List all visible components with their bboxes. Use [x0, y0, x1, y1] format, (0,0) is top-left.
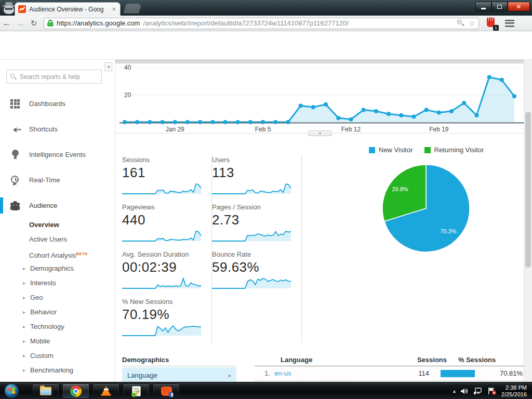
sidebar-item-custom[interactable]: ▸Custom — [0, 349, 115, 363]
panel-row-language[interactable]: Language▸ — [122, 367, 236, 383]
metric-card-pageviews[interactable]: Pageviews440 — [122, 202, 212, 249]
https-padlock-icon[interactable] — [47, 20, 54, 26]
sessions-line-chart[interactable] — [115, 61, 525, 126]
lightbulb-icon — [10, 150, 21, 160]
demographics-panel: Demographics Language▸ — [122, 356, 236, 383]
sidebar-item-geo[interactable]: ▸Geo — [0, 290, 115, 305]
tab-close-icon[interactable]: × — [111, 6, 117, 12]
taskbar-chrome-button[interactable] — [62, 383, 89, 398]
taskbar-explorer-button[interactable] — [32, 383, 59, 398]
page-scrollbar[interactable] — [524, 60, 532, 382]
metric-sparkline — [122, 230, 201, 242]
sidebar-item-active-users[interactable]: Active Users — [0, 232, 115, 247]
clock-time: 2:38 PM — [501, 384, 527, 391]
tray-expand-icon[interactable]: ▴ — [453, 388, 456, 394]
metric-label: Pages / Session — [212, 203, 292, 211]
beta-badge: BETA — [76, 251, 87, 256]
sidebar-item-technology[interactable]: ▸Technology — [0, 320, 115, 334]
back-button[interactable]: ← — [0, 18, 14, 29]
sidebar-item-mobile[interactable]: ▸Mobile — [0, 334, 115, 349]
metric-value: 70.19% — [122, 307, 202, 323]
search-reports-box[interactable] — [6, 70, 102, 84]
sidebar-item-intelligence-events[interactable]: Intelligence Events — [0, 142, 115, 167]
taskbar-notepadpp-button[interactable] — [123, 383, 150, 398]
windows-logo-icon — [8, 387, 16, 394]
address-bar[interactable]: https://analytics.google.com /analytics/… — [44, 18, 479, 29]
pie-legend: New VisitorReturning Visitor — [369, 146, 484, 154]
windows-taskbar: ▴ 2:38 PM 2/25/2016 — [0, 382, 532, 399]
action-center-flag-icon[interactable] — [487, 387, 497, 395]
chevron-right-icon: ▸ — [23, 320, 25, 334]
url-host: https://analytics.google.com — [57, 19, 140, 27]
metric-value: 440 — [122, 212, 202, 228]
scrollbar-thumb[interactable] — [525, 112, 531, 268]
sidebar-item-behavior[interactable]: ▸Behavior — [0, 305, 115, 320]
url-path: /analytics/web/#report/defaultid/a727337… — [143, 19, 454, 27]
sidebar-item-interests[interactable]: ▸Interests — [0, 276, 115, 290]
visitor-pie-chart[interactable]: 70.2%29.8% — [374, 156, 478, 260]
chevron-right-icon: ▸ — [23, 261, 25, 276]
panel-title: Demographics — [122, 356, 236, 366]
legend-item-new-visitor: New Visitor — [369, 146, 413, 154]
metric-sparkline — [122, 182, 201, 195]
reload-button[interactable]: ↻ — [27, 19, 41, 28]
chrome-menu-icon[interactable] — [504, 19, 515, 28]
network-icon[interactable] — [473, 388, 483, 395]
language-link[interactable]: en-us — [270, 369, 398, 377]
sidebar-item-dashboards[interactable]: Dashboards — [0, 91, 115, 116]
chevron-right-icon: ▸ — [23, 290, 25, 305]
system-tray: ▴ 2:38 PM 2/25/2016 — [453, 382, 530, 399]
metric-sparkline — [212, 277, 291, 289]
language-table: Language Sessions % Sessions 1.en-us1147… — [255, 356, 525, 381]
metric-card-avg-session-duration[interactable]: Avg. Session Duration00:02:39 — [122, 249, 212, 297]
sidebar-collapse-button[interactable]: ◂ — [104, 62, 112, 71]
taskbar-fist-app-button[interactable] — [153, 383, 180, 398]
close-button[interactable]: ✕ — [508, 2, 530, 11]
minimize-icon — [481, 8, 486, 9]
chart-collapse-button[interactable]: ▾ — [308, 130, 332, 136]
metric-sparkline — [212, 230, 291, 242]
x-axis-tick: Feb 5 — [255, 126, 271, 133]
metric-card-bounce-rate[interactable]: Bounce Rate59.63% — [212, 249, 302, 297]
sidebar-item-cohort-analysis[interactable]: Cohort AnalysisBETA — [0, 247, 115, 261]
explorer-folder-icon — [40, 387, 51, 395]
volume-icon[interactable] — [460, 388, 469, 395]
start-button[interactable] — [4, 383, 19, 398]
row-rank: 1. — [255, 369, 270, 377]
forward-button[interactable]: → — [14, 18, 27, 29]
metric-label: Avg. Session Duration — [122, 250, 202, 258]
sessions-value: 114 — [398, 369, 429, 377]
metric-value: 2.73 — [212, 212, 292, 228]
sidebar-item-overview[interactable]: Overview — [0, 218, 115, 232]
analytics-header: Google Analytics HomeReportingCustomizat… — [0, 31, 532, 60]
extension-hand-icon[interactable]: 1 — [485, 17, 498, 30]
x-axis-tick: Jan 29 — [166, 126, 184, 133]
sidebar-item-real-time[interactable]: Real-Time — [0, 167, 115, 193]
sidebar-item-shortcuts[interactable]: Shortcuts — [0, 116, 115, 142]
metric-label: Pageviews — [122, 203, 202, 211]
metric-value: 00:02:39 — [122, 259, 202, 275]
minimize-button[interactable] — [475, 2, 491, 11]
bookmark-star-icon[interactable]: ☆ — [469, 19, 475, 28]
realtime-clock-icon — [10, 175, 21, 185]
sidebar-item-audience[interactable]: Audience — [0, 193, 115, 218]
sidebar-item-demographics[interactable]: ▸Demographics — [0, 261, 115, 276]
browser-tab[interactable]: Audience Overview - Goog × — [15, 2, 121, 16]
metric-card-sessions[interactable]: Sessions161 — [122, 155, 212, 202]
legend-item-returning-visitor: Returning Visitor — [424, 146, 484, 154]
sidebar-item-benchmarking[interactable]: ▸Benchmarking — [0, 363, 115, 378]
search-input[interactable] — [20, 73, 92, 81]
metric-sparkline — [122, 277, 201, 289]
taskbar-clock[interactable]: 2:38 PM 2/25/2016 — [501, 384, 530, 398]
incognito-profile-icon[interactable] — [2, 2, 16, 15]
metric-card--new-sessions[interactable]: % New Sessions70.19% — [122, 297, 212, 344]
metric-card-users[interactable]: Users113 — [212, 155, 302, 202]
metric-value: 59.63% — [212, 259, 292, 275]
taskbar-vlc-button[interactable] — [92, 383, 119, 398]
col-language: Language — [255, 356, 400, 364]
metric-card-pages-session[interactable]: Pages / Session2.73 — [212, 202, 302, 249]
zoom-page-icon[interactable] — [457, 20, 464, 27]
maximize-button[interactable] — [491, 2, 508, 11]
grid-icon — [10, 99, 21, 109]
new-tab-button[interactable] — [123, 4, 142, 14]
